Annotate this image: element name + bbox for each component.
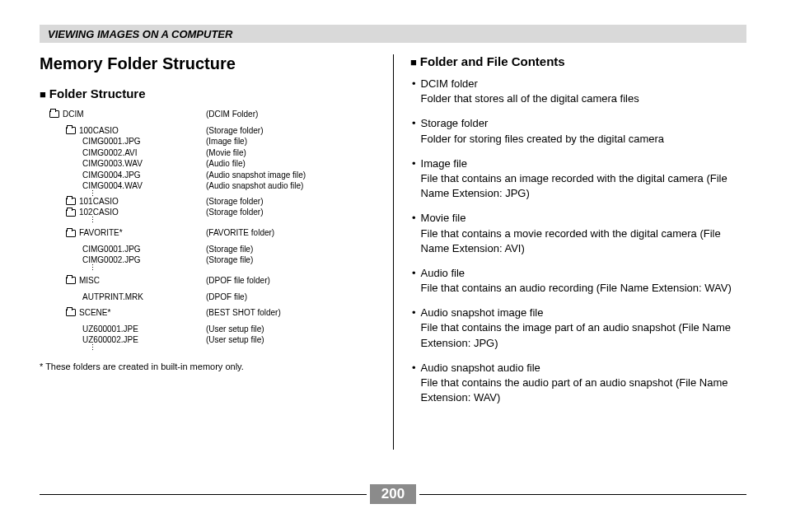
list-item-desc: File that contains an audio recording (F… [421, 281, 746, 296]
list-item-desc: Folder for storing files created by the … [421, 132, 746, 147]
tree-node-desc: (Storage folder) [206, 196, 263, 208]
tree-row: FAVORITE*(FAVORITE folder) [49, 227, 377, 239]
tree-node-name: CIMG0004.JPG [82, 170, 141, 181]
bullet-icon: • [412, 266, 416, 296]
list-item-desc: File that contains an image recorded wit… [421, 171, 746, 201]
tree-node-desc: (Audio file) [206, 158, 246, 170]
list-item-term: Audio snapshot image file [421, 306, 746, 320]
list-item-term: Audio file [421, 266, 746, 281]
right-column: ■Folder and File Contents •DCIM folderFo… [393, 54, 746, 450]
tree-node-desc: (Image file) [206, 136, 247, 147]
list-item: •Image fileFile that contains an image r… [410, 156, 746, 202]
list-item: •Audio snapshot audio fileFile that cont… [410, 361, 746, 406]
list-item: •Audio fileFile that contains an audio r… [410, 266, 746, 296]
footnote: * These folders are created in built-in … [40, 362, 377, 371]
folder-icon [66, 198, 76, 205]
tree-node-desc: (FAVORITE folder) [206, 227, 274, 239]
tree-node-name: MISC [79, 275, 100, 287]
tree-row: 100CASIO(Storage folder) [49, 125, 377, 137]
bullet-icon: • [412, 211, 416, 256]
tree-row: CIMG0002.JPG(Storage file) [49, 254, 377, 266]
folder-icon [66, 127, 76, 134]
list-item: •Movie fileFile that contains a movie re… [410, 211, 746, 256]
tree-row: CIMG0002.AVI(Movie file) [49, 147, 377, 159]
tree-node-desc: (BEST SHOT folder) [206, 307, 281, 319]
tree-node-name: CIMG0003.WAV [82, 158, 143, 170]
list-item-desc: File that contains a movie recorded with… [421, 226, 746, 256]
list-item-term: DCIM folder [421, 77, 746, 91]
tree-node-desc: (DCIM Folder) [206, 109, 258, 120]
tree-node-desc: (Storage file) [206, 244, 253, 255]
section-header-text: VIEWING IMAGES ON A COMPUTER [48, 28, 232, 40]
folder-icon [66, 230, 76, 237]
folder-tree: DCIM(DCIM Folder)100CASIO(Storage folder… [40, 109, 377, 350]
tree-row: AUTPRINT.MRK(DPOF file) [49, 292, 377, 303]
tree-node-desc: (Audio snapshot image file) [206, 170, 306, 181]
list-item: •Storage folderFolder for storing files … [410, 116, 746, 146]
tree-node-desc: (User setup file) [206, 324, 264, 335]
bullet-icon: • [412, 306, 416, 351]
list-item-desc: File that contains the audio part of an … [421, 376, 746, 405]
folder-icon [66, 209, 76, 217]
tree-node-desc: (Audio snapshot audio file) [206, 180, 303, 192]
tree-node-name: SCENE* [79, 307, 110, 319]
tree-row: 102CASIO(Storage folder) [49, 207, 377, 218]
tree-row: SCENE*(BEST SHOT folder) [49, 307, 377, 319]
tree-node-desc: (Movie file) [206, 147, 246, 159]
square-marker-icon: ■ [40, 88, 46, 100]
list-item-term: Audio snapshot audio file [421, 361, 746, 376]
tree-row: CIMG0001.JPG(Storage file) [49, 244, 377, 255]
tree-row: CIMG0003.WAV(Audio file) [49, 158, 377, 170]
page-number-badge: 200 [370, 484, 416, 504]
folder-icon [66, 309, 76, 316]
bullet-icon: • [412, 116, 416, 146]
page-footer: 200 [40, 484, 746, 504]
tree-row: UZ600002.JPE(User setup file) [49, 334, 377, 346]
tree-node-name: DCIM [63, 109, 84, 120]
tree-node-name: FAVORITE* [79, 227, 123, 239]
tree-node-desc: (Storage folder) [206, 207, 263, 218]
footer-rule-right [419, 494, 746, 495]
tree-node-name: 102CASIO [79, 207, 119, 218]
tree-row: CIMG0004.WAV(Audio snapshot audio file) [49, 180, 377, 192]
section-header: VIEWING IMAGES ON A COMPUTER [40, 25, 746, 43]
tree-row: 101CASIO(Storage folder) [49, 196, 377, 208]
footer-rule-left [40, 494, 367, 495]
tree-node-desc: (Storage file) [206, 254, 253, 266]
tree-node-name: UZ600001.JPE [82, 324, 138, 335]
list-item: •Audio snapshot image fileFile that cont… [410, 306, 746, 351]
page-title: Memory Folder Structure [40, 54, 377, 73]
tree-node-desc: (User setup file) [206, 334, 264, 346]
tree-row: CIMG0004.JPG(Audio snapshot image file) [49, 170, 377, 181]
square-marker-icon: ■ [410, 56, 417, 68]
tree-node-name: CIMG0001.JPG [82, 244, 141, 255]
tree-node-desc: (Storage folder) [206, 125, 263, 137]
list-item-term: Image file [421, 156, 746, 171]
subhead-folder-contents: ■Folder and File Contents [410, 54, 746, 68]
bullet-icon: • [412, 77, 416, 106]
folder-icon [66, 277, 76, 284]
tree-node-name: CIMG0002.AVI [82, 147, 138, 159]
list-item: •DCIM folderFolder that stores all of th… [410, 77, 746, 106]
tree-node-name: AUTPRINT.MRK [82, 292, 143, 303]
list-item-term: Storage folder [421, 116, 746, 131]
tree-node-name: CIMG0001.JPG [82, 136, 141, 147]
list-item-desc: Folder that stores all of the digital ca… [421, 91, 746, 106]
contents-list: •DCIM folderFolder that stores all of th… [410, 77, 746, 405]
subhead-folder-structure: ■Folder Structure [40, 86, 377, 100]
tree-row: CIMG0001.JPG(Image file) [49, 136, 377, 147]
list-item-term: Movie file [421, 211, 746, 226]
tree-node-name: 101CASIO [79, 196, 119, 208]
left-column: Memory Folder Structure ■Folder Structur… [40, 54, 393, 450]
content-columns: Memory Folder Structure ■Folder Structur… [40, 54, 746, 450]
tree-row: UZ600001.JPE(User setup file) [49, 324, 377, 335]
vertical-ellipsis-icon: ⋮ [49, 346, 377, 350]
tree-row: DCIM(DCIM Folder) [49, 109, 377, 120]
tree-node-name: 100CASIO [79, 125, 119, 137]
bullet-icon: • [412, 361, 416, 406]
tree-node-desc: (DPOF file) [206, 292, 247, 303]
bullet-icon: • [412, 156, 416, 202]
tree-row: MISC(DPOF file folder) [49, 275, 377, 287]
folder-icon [49, 110, 59, 118]
list-item-desc: File that contains the image part of an … [421, 320, 746, 350]
